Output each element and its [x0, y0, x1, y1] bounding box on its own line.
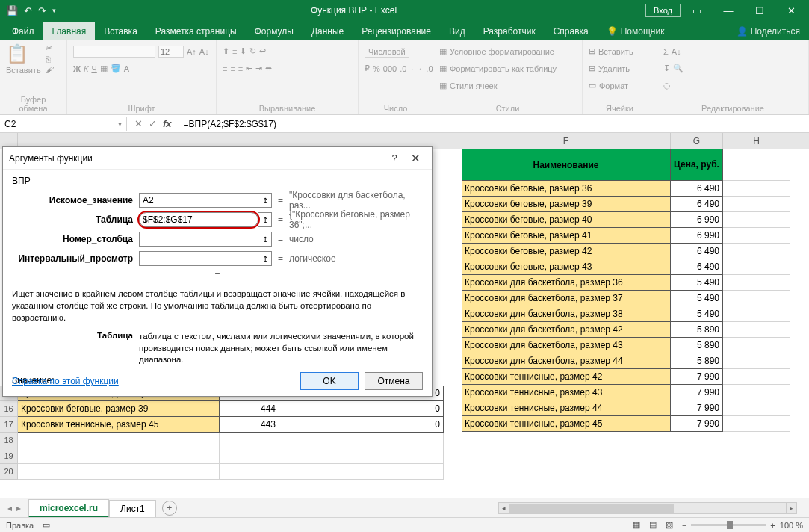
- font-family-select[interactable]: [73, 46, 155, 58]
- tab-formulas[interactable]: Формулы: [246, 22, 303, 40]
- tab-help[interactable]: Справка: [545, 22, 598, 40]
- table-cell-name[interactable]: Кроссовки беговые, размер 42: [462, 244, 671, 259]
- table-cell[interactable]: [279, 448, 444, 464]
- table-cell-price[interactable]: 5 490: [671, 306, 723, 322]
- fill-down-icon[interactable]: ↧: [663, 64, 670, 73]
- tab-insert[interactable]: Вставка: [95, 22, 146, 40]
- table-cell-name[interactable]: Кроссовки беговые, размер 41: [462, 228, 671, 244]
- zoom-out-icon[interactable]: −: [682, 521, 686, 530]
- merge-icon[interactable]: ⬌: [265, 64, 272, 73]
- minimize-icon[interactable]: —: [713, 1, 743, 20]
- indent-dec-icon[interactable]: ⇤: [246, 64, 252, 73]
- cond-format-icon[interactable]: ▦: [439, 46, 447, 56]
- dialog-help-icon[interactable]: ?: [384, 152, 405, 164]
- row-header[interactable]: 19: [0, 448, 18, 464]
- row-header[interactable]: 16: [0, 401, 18, 417]
- align-mid-icon[interactable]: ≡: [232, 47, 237, 56]
- align-bot-icon[interactable]: ⬇: [240, 46, 247, 56]
- save-icon[interactable]: 💾: [6, 5, 18, 16]
- inc-decimal-icon[interactable]: .0→: [400, 64, 415, 73]
- table-cell-name[interactable]: Кроссовки для баскетбола, размер 43: [462, 338, 671, 353]
- table-cell-price[interactable]: 6 990: [671, 212, 723, 228]
- table-cell-price[interactable]: 6 490: [671, 244, 723, 259]
- collapse-icon[interactable]: ↥: [258, 232, 272, 247]
- table-cell-name[interactable]: Кроссовки для баскетбола, размер 37: [462, 291, 671, 306]
- tab-layout[interactable]: Разметка страницы: [146, 22, 246, 40]
- close-icon[interactable]: ✕: [776, 1, 806, 20]
- view-break-icon[interactable]: ▧: [666, 520, 673, 530]
- sheet-tab-other[interactable]: Лист1: [109, 500, 156, 517]
- table-cell-price[interactable]: 7 990: [671, 400, 723, 416]
- font-color-icon[interactable]: A: [124, 64, 129, 73]
- cancel-formula-icon[interactable]: ✕: [134, 118, 143, 129]
- align-top-icon[interactable]: ⬆: [223, 46, 229, 56]
- new-sheet-button[interactable]: +: [162, 501, 177, 516]
- collapse-icon[interactable]: ↥: [258, 212, 272, 227]
- table-cell-price[interactable]: 7 990: [671, 385, 723, 400]
- table-cell[interactable]: 443: [220, 417, 279, 433]
- table-cell-price[interactable]: 5 490: [671, 275, 723, 291]
- table-cell[interactable]: 0: [279, 401, 444, 417]
- function-help-link[interactable]: Справка по этой функции: [12, 376, 294, 386]
- tab-home[interactable]: Главная: [43, 22, 96, 40]
- macro-record-icon[interactable]: ▭: [43, 520, 50, 530]
- format-table-icon[interactable]: ▦: [439, 64, 447, 73]
- col-header-G[interactable]: G: [671, 133, 723, 149]
- cell-styles-icon[interactable]: ▦: [439, 81, 447, 90]
- share-button[interactable]: 👤Поделиться: [728, 22, 809, 40]
- tab-file[interactable]: Файл: [3, 22, 43, 40]
- orient-icon[interactable]: ↻: [249, 46, 256, 56]
- arg-col-input[interactable]: [139, 232, 258, 247]
- tab-review[interactable]: Рецензирование: [353, 22, 440, 40]
- formula-input[interactable]: =ВПР(A2;$F$2:$G$17): [179, 117, 809, 131]
- zoom-in-icon[interactable]: +: [770, 521, 775, 530]
- login-button[interactable]: Вход: [645, 4, 681, 17]
- row-header[interactable]: 18: [0, 433, 18, 448]
- find-icon[interactable]: 🔍: [673, 64, 684, 73]
- tab-data[interactable]: Данные: [303, 22, 353, 40]
- collapse-icon[interactable]: ↥: [258, 251, 272, 266]
- table-cell-name[interactable]: Кроссовки беговые, размер 43: [462, 259, 671, 275]
- table-cell-name[interactable]: Кроссовки для баскетбола, размер 44: [462, 353, 671, 369]
- autosum-icon[interactable]: Σ: [663, 47, 669, 56]
- undo-icon[interactable]: ↶: [24, 5, 32, 16]
- align-center-icon[interactable]: ≡: [230, 64, 235, 73]
- format-cells-icon[interactable]: ▭: [589, 81, 596, 90]
- view-layout-icon[interactable]: ▤: [649, 520, 657, 530]
- sort-filter-icon[interactable]: A↓: [672, 47, 681, 56]
- align-left-icon[interactable]: ≡: [223, 64, 227, 73]
- table-cell-name[interactable]: Кроссовки теннисные, размер 43: [462, 385, 671, 400]
- table-cell[interactable]: [18, 448, 220, 464]
- format-painter-icon[interactable]: 🖌: [46, 65, 54, 74]
- zoom-slider[interactable]: [691, 524, 766, 526]
- table-cell[interactable]: 444: [220, 401, 279, 417]
- dec-decimal-icon[interactable]: ←.0: [418, 64, 433, 73]
- align-right-icon[interactable]: ≡: [238, 64, 243, 73]
- enter-formula-icon[interactable]: ✓: [149, 118, 157, 129]
- table-cell-name[interactable]: Кроссовки теннисные, размер 45: [462, 416, 671, 432]
- redo-icon[interactable]: ↷: [38, 5, 46, 16]
- table-cell[interactable]: Кроссовки теннисные, размер 45: [18, 417, 220, 433]
- table-cell-name[interactable]: Кроссовки теннисные, размер 44: [462, 400, 671, 416]
- fx-icon[interactable]: fx: [163, 118, 172, 129]
- bold-icon[interactable]: Ж: [73, 64, 81, 73]
- table-cell[interactable]: [220, 433, 279, 448]
- table-cell-name[interactable]: Кроссовки беговые, размер 36: [462, 181, 671, 197]
- table-cell-name[interactable]: Кроссовки беговые, размер 39: [462, 197, 671, 212]
- table-cell[interactable]: [18, 433, 220, 448]
- view-normal-icon[interactable]: ▦: [633, 520, 640, 530]
- scroll-thumb[interactable]: [509, 504, 674, 513]
- tell-me[interactable]: 💡Помощник: [598, 22, 674, 40]
- table-cell-price[interactable]: 5 890: [671, 338, 723, 353]
- fill-icon[interactable]: 🪣: [111, 64, 121, 73]
- number-format-dropdown[interactable]: Числовой: [365, 46, 409, 58]
- ribbon-display-icon[interactable]: ▭: [682, 1, 712, 20]
- table-cell-name[interactable]: Кроссовки беговые, размер 40: [462, 212, 671, 228]
- table-cell-price[interactable]: 6 490: [671, 181, 723, 197]
- percent-icon[interactable]: %: [373, 64, 380, 73]
- row-header[interactable]: 17: [0, 417, 18, 433]
- table-cell-name[interactable]: Кроссовки для баскетбола, размер 36: [462, 275, 671, 291]
- horizontal-scrollbar[interactable]: ◂ ▸: [498, 502, 797, 514]
- table-cell-price[interactable]: 7 990: [671, 369, 723, 385]
- cut-icon[interactable]: ✂: [46, 43, 54, 53]
